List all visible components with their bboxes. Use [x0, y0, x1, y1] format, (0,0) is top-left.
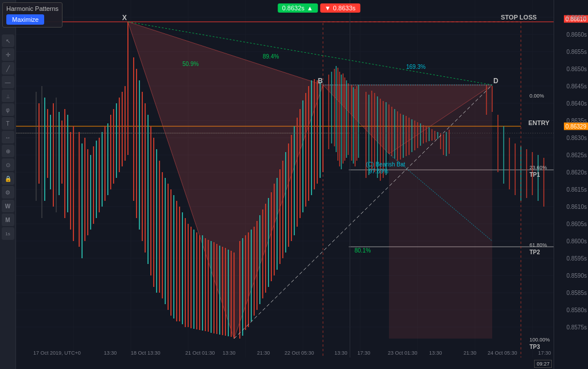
fib-tool[interactable]: φ	[2, 103, 14, 116]
time-label-22oct: 22 Oct 05:30	[285, 350, 314, 356]
time-label-1730-2: 17:30	[538, 350, 551, 356]
time-label-1330-2: 13:30	[223, 350, 236, 356]
time-label-23oct: 23 Oct 01:30	[388, 350, 418, 356]
time-label-2130: 21:30	[257, 350, 270, 356]
entry-text: ENTRY	[528, 119, 550, 126]
cursor-tool[interactable]: ↖	[2, 34, 14, 47]
hline-tool[interactable]: —	[2, 76, 14, 88]
tp1-label: TP1	[529, 172, 540, 178]
current-timestamp: 09:27	[534, 360, 552, 368]
price-8585: 0.8585s	[566, 290, 587, 296]
pattern-ratio-label: 97.69%	[369, 168, 388, 174]
bid-badge: 0.8632s ▲	[278, 3, 318, 13]
price-8580: 0.8580s	[566, 307, 587, 313]
price-8625: 0.8625s	[566, 152, 587, 158]
price-8640: 0.8640s	[566, 100, 587, 107]
lock-tool[interactable]: 🔒	[2, 172, 14, 185]
price-8660: 0.8660s	[566, 32, 587, 38]
price-8600: 0.8600s	[566, 238, 587, 244]
maximize-button[interactable]: Maximize	[6, 14, 44, 25]
price-8575: 0.8575s	[566, 324, 587, 331]
pattern-name-label: (C) Bearish Bat	[366, 161, 406, 168]
price-badges: 0.8632s ▲ ▼ 0.8633s	[278, 3, 360, 13]
m-tool[interactable]: M	[2, 213, 14, 226]
ratio-1-label: 50.9%	[182, 61, 198, 67]
measure-tool[interactable]: ↔	[2, 131, 14, 143]
price-8635: 0.8635s	[566, 118, 587, 124]
tp3-pct-label: 100.00%	[529, 337, 550, 343]
widget-panel: Harmonic Patterns Maximize	[2, 2, 63, 28]
tp3-label: TP3	[529, 344, 540, 350]
widget-title: Harmonic Patterns	[6, 5, 59, 12]
chart-container: Harmonic Patterns Maximize 0.8632s ▲ ▼ 0…	[0, 0, 588, 369]
left-toolbar: ↖ ✛ ╱ — ⟂ φ T ↔ ⊕ ⊙ 🔒 ⚙ W M 1s	[0, 0, 16, 369]
ask-price: 0.8633s	[333, 5, 356, 11]
line-tool[interactable]: ╱	[2, 62, 14, 75]
ask-icon: ▼	[325, 5, 331, 11]
price-8630: 0.8630s	[566, 135, 587, 141]
ratio-3-label: 169.3%	[406, 64, 426, 70]
time-label-18oct: 18 Oct 13:30	[131, 350, 161, 356]
crosshair-tool[interactable]: ✛	[2, 48, 14, 61]
price-8620: 0.8620s	[566, 169, 587, 176]
price-8590: 0.8590s	[566, 273, 587, 279]
settings-tool[interactable]: ⚙	[2, 186, 14, 199]
channel-tool[interactable]: ⟂	[2, 90, 14, 102]
price-8595: 0.8595s	[566, 255, 587, 262]
ratio-4-label: 80.1%	[355, 247, 371, 254]
ask-badge: ▼ 0.8633s	[320, 3, 360, 13]
price-8605: 0.8605s	[566, 221, 587, 227]
w-tool[interactable]: W	[2, 200, 14, 212]
magnet-tool[interactable]: ⊙	[2, 158, 14, 171]
price-8655: 0.8655s	[566, 49, 587, 55]
price-8645: 0.8645s	[566, 83, 587, 90]
time-label-21oct-01: 21 Oct 01:30	[185, 350, 215, 356]
entry-pct-label: 0.00%	[529, 93, 544, 99]
text-tool[interactable]: T	[2, 117, 14, 130]
tp2-pct-label: 61.80%	[529, 242, 547, 248]
zoom-tool[interactable]: ⊕	[2, 145, 14, 157]
price-8650: 0.8650s	[566, 66, 587, 72]
point-b-label: B	[318, 77, 323, 85]
1s-tool[interactable]: 1s	[2, 227, 14, 240]
tp1-pct-label: 23.60%	[529, 165, 547, 170]
tp2-label: TP2	[529, 249, 540, 255]
price-8610: 0.8610s	[566, 204, 587, 210]
time-label-24oct: 24 Oct 05:30	[488, 350, 517, 356]
price-8665: 0.8665s	[566, 14, 587, 21]
bid-arrow: ▲	[307, 5, 313, 11]
time-label-17oct: 17 Oct 2019, UTC+0	[33, 350, 81, 356]
right-scale: 0.86610 0.86329 0.8665s 0.8660s 0.8655s …	[554, 0, 588, 369]
time-label-1730: 17:30	[357, 350, 371, 356]
bid-price: 0.8632s	[282, 5, 305, 11]
point-d-label: D	[493, 77, 499, 85]
ratio-2-label: 89.4%	[263, 53, 279, 60]
time-label-1330-1: 13:30	[104, 350, 117, 356]
time-label-1330-3: 13:30	[334, 350, 348, 356]
time-label-2130-2: 21:30	[464, 350, 477, 356]
time-label-1330-4: 13:30	[429, 350, 442, 356]
chart-area: X B D 50.9% 89.4% 169.3% 80.1% (C) Beari…	[16, 0, 554, 358]
stop-loss-text: STOP LOSS	[501, 14, 537, 21]
price-8615: 0.8615s	[566, 187, 587, 193]
point-x-label: X	[122, 14, 127, 22]
chart-svg: X B D 50.9% 89.4% 169.3% 80.1% (C) Beari…	[16, 0, 554, 358]
